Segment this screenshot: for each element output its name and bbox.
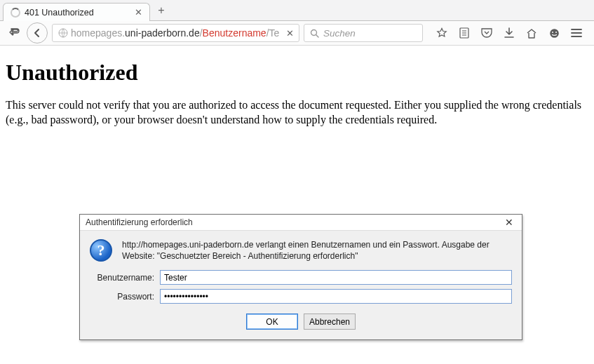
reader-view-icon[interactable]	[458, 27, 471, 39]
smiley-icon[interactable]	[548, 27, 560, 39]
page-content: Unauthorized This server could not verif…	[0, 46, 594, 136]
globe-icon	[58, 28, 68, 38]
search-placeholder: Suchen	[323, 28, 356, 39]
dialog-message-row: ? http://homepages.uni-paderborn.de verl…	[90, 239, 512, 262]
svg-point-4	[552, 32, 553, 33]
dialog-body: ? http://homepages.uni-paderborn.de verl…	[80, 230, 522, 339]
cancel-button[interactable]: Abbrechen	[304, 314, 356, 330]
svg-point-5	[555, 32, 557, 33]
search-bar[interactable]: Suchen	[304, 24, 423, 42]
password-label: Passwort:	[90, 292, 154, 302]
password-input[interactable]	[160, 289, 512, 304]
new-tab-button[interactable]: +	[153, 2, 170, 19]
home-icon[interactable]	[525, 27, 538, 39]
question-icon: ?	[90, 239, 112, 262]
toolbar: homepages.uni-paderborn.de/Benutzername/…	[0, 21, 594, 46]
tab-strip: 401 Unauthorized ✕ +	[0, 0, 594, 21]
stop-loading-icon[interactable]: ✕	[282, 25, 297, 41]
svg-point-3	[550, 29, 559, 38]
dialog-titlebar: Authentifizierung erforderlich ✕	[80, 215, 522, 230]
browser-tab[interactable]: 401 Unauthorized ✕	[3, 3, 150, 21]
dialog-title: Authentifizierung erforderlich	[86, 217, 501, 227]
pocket-icon[interactable]	[480, 27, 493, 39]
url-bar[interactable]: homepages.uni-paderborn.de/Benutzername/…	[52, 24, 299, 42]
dialog-message: http://homepages.uni-paderborn.de verlan…	[122, 239, 512, 262]
auth-dialog: Authentifizierung erforderlich ✕ ? http:…	[79, 214, 522, 340]
page-body-text: This server could not verify that you ar…	[6, 98, 588, 128]
dialog-close-icon[interactable]: ✕	[501, 216, 518, 229]
downloads-icon[interactable]	[503, 27, 515, 39]
tab-close-icon[interactable]: ✕	[133, 7, 144, 18]
toolbar-right-icons	[427, 27, 588, 39]
password-row: Passwort:	[90, 289, 512, 304]
tab-title: 401 Unauthorized	[25, 8, 128, 18]
bookmark-star-icon[interactable]	[436, 27, 448, 39]
menu-icon[interactable]	[570, 27, 583, 39]
screenshot-icon[interactable]	[6, 25, 22, 41]
ok-button[interactable]: OK	[246, 314, 298, 330]
search-icon	[310, 29, 319, 38]
dialog-buttons: OK Abbrechen	[90, 314, 512, 330]
loading-spinner-icon	[11, 8, 20, 18]
dialog-form: Benutzername: Passwort:	[90, 270, 512, 304]
back-button[interactable]	[27, 22, 48, 43]
page-heading: Unauthorized	[6, 60, 588, 86]
url-text: homepages.uni-paderborn.de/Benutzername/…	[71, 27, 279, 39]
username-row: Benutzername:	[90, 270, 512, 285]
username-label: Benutzername:	[90, 273, 154, 283]
username-input[interactable]	[160, 270, 512, 285]
